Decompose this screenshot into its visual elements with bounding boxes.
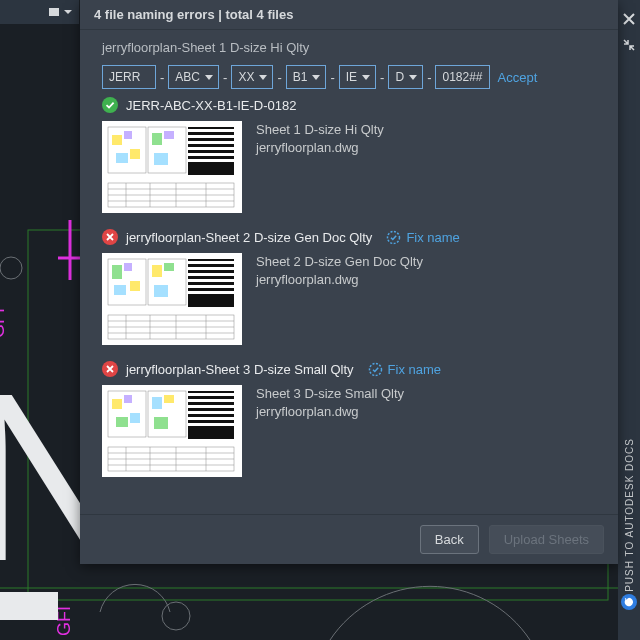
file-meta: Sheet 2 D-size Gen Doc Qlty jerryfloorpl… xyxy=(256,253,423,345)
panel-body: jerryfloorplan-Sheet 1 D-size Hi Qlty JE… xyxy=(80,30,618,514)
sheet-dwg: jerryfloorplan.dwg xyxy=(256,139,384,157)
x-circle-icon xyxy=(102,229,118,245)
close-icon[interactable] xyxy=(622,12,636,26)
svg-rect-18 xyxy=(188,153,234,156)
maximize-icon xyxy=(49,8,59,16)
svg-rect-81 xyxy=(164,395,174,403)
svg-rect-10 xyxy=(0,592,58,620)
file-card: Sheet 1 D-size Hi Qlty jerryfloorplan.dw… xyxy=(102,121,600,213)
upload-sheets-button[interactable]: Upload Sheets xyxy=(489,525,604,554)
current-file-name: jerryfloorplan-Sheet 1 D-size Hi Qlty xyxy=(102,40,600,55)
svg-rect-19 xyxy=(188,159,234,162)
fix-name-link[interactable]: Fix name xyxy=(386,230,459,245)
file-card: Sheet 3 D-size Small Qlty jerryfloorplan… xyxy=(102,385,600,477)
file-meta: Sheet 3 D-size Small Qlty jerryfloorplan… xyxy=(256,385,404,477)
x-circle-icon xyxy=(102,361,118,377)
svg-rect-69 xyxy=(188,399,234,402)
svg-rect-49 xyxy=(124,263,132,271)
field-originator[interactable]: ABC xyxy=(168,65,219,89)
svg-rect-28 xyxy=(154,153,168,165)
svg-rect-40 xyxy=(188,259,234,307)
svg-rect-46 xyxy=(188,291,234,294)
sheet-dwg: jerryfloorplan.dwg xyxy=(256,271,423,289)
sheet-dwg: jerryfloorplan.dwg xyxy=(256,403,404,421)
model-tab-controls[interactable] xyxy=(0,0,80,24)
field-level[interactable]: B1 xyxy=(286,65,327,89)
result-name: JERR-ABC-XX-B1-IE-D-0182 xyxy=(126,98,297,113)
field-number[interactable]: 0182## xyxy=(435,65,489,89)
svg-rect-50 xyxy=(114,285,126,295)
svg-rect-16 xyxy=(188,141,234,144)
panel-title: 4 file naming errors | total 4 files xyxy=(80,0,618,30)
panel-footer: Back Upload Sheets xyxy=(80,514,618,564)
error-file-name: jerryfloorplan-Sheet 3 D-size Small Qlty xyxy=(126,362,354,377)
svg-rect-67 xyxy=(188,391,234,439)
svg-rect-71 xyxy=(188,411,234,414)
svg-rect-26 xyxy=(152,133,162,145)
error-file-name: jerryfloorplan-Sheet 2 D-size Gen Doc Ql… xyxy=(126,230,372,245)
rail-label: PUSH TO AUTODESK DOCS xyxy=(624,438,635,592)
svg-point-38 xyxy=(388,231,400,243)
svg-rect-54 xyxy=(164,263,174,271)
svg-rect-21 xyxy=(112,135,122,145)
chevron-down-icon xyxy=(63,7,73,17)
svg-rect-42 xyxy=(188,267,234,270)
fix-icon xyxy=(386,230,401,245)
sync-badge[interactable] xyxy=(621,594,637,610)
svg-rect-14 xyxy=(188,129,234,132)
sheet-title: Sheet 2 D-size Gen Doc Qlty xyxy=(256,253,423,271)
result-row-err: jerryfloorplan-Sheet 2 D-size Gen Doc Ql… xyxy=(102,229,600,245)
svg-point-11 xyxy=(102,97,118,113)
svg-rect-76 xyxy=(124,395,132,403)
fix-name-link[interactable]: Fix name xyxy=(368,362,441,377)
result-row-ok: JERR-ABC-XX-B1-IE-D-0182 xyxy=(102,97,600,113)
svg-rect-45 xyxy=(188,285,234,288)
sheet-thumbnail[interactable] xyxy=(102,385,242,477)
svg-rect-43 xyxy=(188,273,234,276)
svg-rect-82 xyxy=(154,417,168,429)
svg-rect-70 xyxy=(188,405,234,408)
field-volume[interactable]: XX xyxy=(231,65,273,89)
sheet-thumbnail[interactable] xyxy=(102,121,242,213)
svg-rect-23 xyxy=(116,153,128,163)
fix-icon xyxy=(368,362,383,377)
svg-rect-22 xyxy=(124,131,132,139)
svg-rect-48 xyxy=(112,265,122,279)
svg-rect-13 xyxy=(188,127,234,175)
accept-link[interactable]: Accept xyxy=(498,70,538,85)
svg-rect-17 xyxy=(188,147,234,150)
svg-text:GFI: GFI xyxy=(0,308,8,338)
svg-rect-51 xyxy=(130,281,140,291)
svg-rect-73 xyxy=(188,423,234,426)
svg-rect-27 xyxy=(164,131,174,139)
sheet-title: Sheet 3 D-size Small Qlty xyxy=(256,385,404,403)
svg-rect-15 xyxy=(188,135,234,138)
sheet-title: Sheet 1 D-size Hi Qlty xyxy=(256,121,384,139)
svg-rect-77 xyxy=(116,417,128,427)
field-project[interactable]: JERR xyxy=(102,65,156,89)
collapse-in-icon[interactable] xyxy=(622,38,636,52)
svg-rect-75 xyxy=(112,399,122,409)
field-role[interactable]: D xyxy=(388,65,423,89)
svg-rect-68 xyxy=(188,393,234,396)
sheet-thumbnail[interactable] xyxy=(102,253,242,345)
svg-rect-55 xyxy=(154,285,168,297)
result-row-err: jerryfloorplan-Sheet 3 D-size Small Qlty… xyxy=(102,361,600,377)
back-button[interactable]: Back xyxy=(420,525,479,554)
naming-errors-panel: 4 file naming errors | total 4 files jer… xyxy=(80,0,618,564)
right-rail: PUSH TO AUTODESK DOCS xyxy=(618,0,640,640)
svg-rect-72 xyxy=(188,417,234,420)
field-type[interactable]: IE xyxy=(339,65,376,89)
check-circle-icon xyxy=(102,97,118,113)
file-card: Sheet 2 D-size Gen Doc Qlty jerryfloorpl… xyxy=(102,253,600,345)
svg-point-65 xyxy=(369,363,381,375)
svg-rect-41 xyxy=(188,261,234,264)
naming-field-row: JERR - ABC - XX - B1 - IE - D - 0182## A… xyxy=(102,65,600,89)
svg-rect-80 xyxy=(152,397,162,409)
svg-rect-24 xyxy=(130,149,140,159)
svg-rect-44 xyxy=(188,279,234,282)
file-meta: Sheet 1 D-size Hi Qlty jerryfloorplan.dw… xyxy=(256,121,384,213)
sync-icon xyxy=(624,597,634,607)
svg-rect-53 xyxy=(152,265,162,277)
svg-rect-78 xyxy=(130,413,140,423)
